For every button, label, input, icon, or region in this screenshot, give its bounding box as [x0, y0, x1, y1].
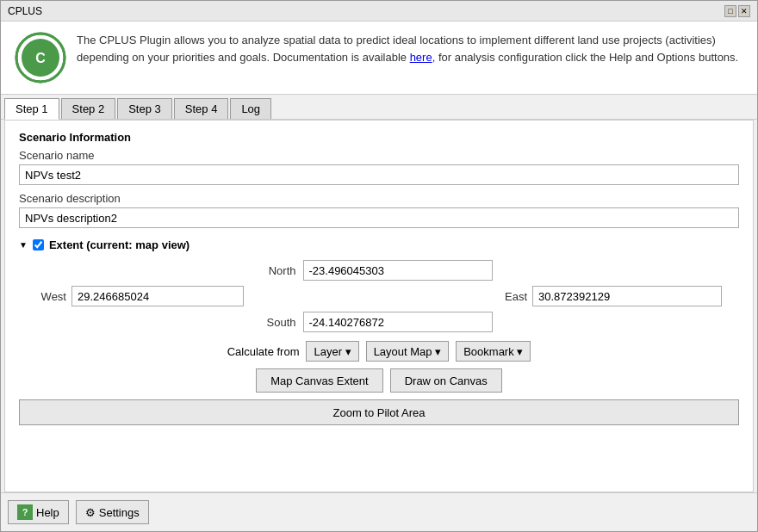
- scenario-name-input[interactable]: [19, 164, 739, 185]
- layout-map-dropdown[interactable]: Layout Map ▾: [366, 341, 450, 362]
- title-bar-controls: □ ✕: [724, 5, 750, 17]
- layer-dropdown[interactable]: Layer ▾: [306, 341, 358, 362]
- title-bar: CPLUS □ ✕: [1, 1, 757, 22]
- section-title: Scenario Information: [19, 131, 739, 144]
- scenario-description-label: Scenario description: [19, 192, 739, 205]
- help-icon: ?: [17, 504, 33, 520]
- extent-label: Extent (current: map view): [49, 238, 190, 251]
- map-canvas-extent-button[interactable]: Map Canvas Extent: [256, 368, 382, 393]
- zoom-to-pilot-area-button[interactable]: Zoom to Pilot Area: [19, 399, 739, 425]
- south-input[interactable]: [303, 312, 493, 332]
- canvas-buttons: Map Canvas Extent Draw on Canvas: [19, 368, 739, 393]
- south-row: South: [19, 312, 739, 332]
- north-input[interactable]: [303, 260, 493, 281]
- header-description: The CPLUS Plugin allows you to analyze s…: [77, 32, 743, 65]
- tab-step4[interactable]: Step 4: [174, 98, 229, 119]
- here-link[interactable]: here: [410, 51, 432, 64]
- extent-checkbox[interactable]: [33, 239, 44, 251]
- west-label: West: [36, 290, 66, 303]
- collapse-arrow[interactable]: ▼: [19, 240, 28, 250]
- north-row: North: [19, 260, 739, 281]
- settings-button[interactable]: ⚙ Settings: [76, 500, 149, 524]
- tab-step1[interactable]: Step 1: [4, 98, 59, 120]
- help-label: Help: [36, 506, 59, 519]
- east-input[interactable]: [532, 286, 722, 306]
- tabs-container: Step 1 Step 2 Step 3 Step 4 Log: [1, 95, 757, 120]
- window-title: CPLUS: [8, 5, 42, 17]
- draw-on-canvas-button[interactable]: Draw on Canvas: [390, 368, 502, 393]
- tab-step2[interactable]: Step 2: [61, 98, 116, 119]
- coords-grid: North West East South: [19, 260, 739, 332]
- settings-label: Settings: [99, 506, 140, 519]
- svg-text:C: C: [35, 51, 46, 65]
- extent-section: ▼ Extent (current: map view) North West: [19, 238, 739, 393]
- east-label: East: [497, 290, 527, 303]
- west-input[interactable]: [71, 286, 244, 306]
- scenario-name-label: Scenario name: [19, 149, 739, 162]
- north-label: North: [266, 264, 296, 277]
- help-button[interactable]: ? Help: [8, 500, 69, 524]
- minimize-button[interactable]: □: [724, 5, 736, 17]
- south-label: South: [266, 316, 296, 329]
- header-desc-suffix: , for analysis configuration click the H…: [432, 51, 739, 64]
- tab-step3[interactable]: Step 3: [117, 98, 172, 119]
- tab-log[interactable]: Log: [230, 98, 271, 119]
- east-group: East: [497, 286, 722, 306]
- step1-content: Scenario Information Scenario name Scena…: [4, 120, 754, 492]
- settings-icon: ⚙: [85, 506, 96, 519]
- calculate-from-label: Calculate from: [227, 345, 300, 358]
- west-group: West: [36, 286, 244, 306]
- main-window: CPLUS □ ✕ C The CPLUS Plugin allows you …: [0, 0, 758, 532]
- calculate-from-row: Calculate from Layer ▾ Layout Map ▾ Book…: [19, 341, 739, 362]
- plugin-header: C The CPLUS Plugin allows you to analyze…: [1, 22, 757, 95]
- extent-header: ▼ Extent (current: map view): [19, 238, 739, 251]
- bookmark-dropdown[interactable]: Bookmark ▾: [456, 341, 531, 362]
- west-east-row: West East: [19, 286, 739, 306]
- footer: ? Help ⚙ Settings: [1, 492, 757, 531]
- close-button[interactable]: ✕: [738, 5, 750, 17]
- cplus-logo: C: [15, 32, 66, 84]
- scenario-description-input[interactable]: [19, 207, 739, 228]
